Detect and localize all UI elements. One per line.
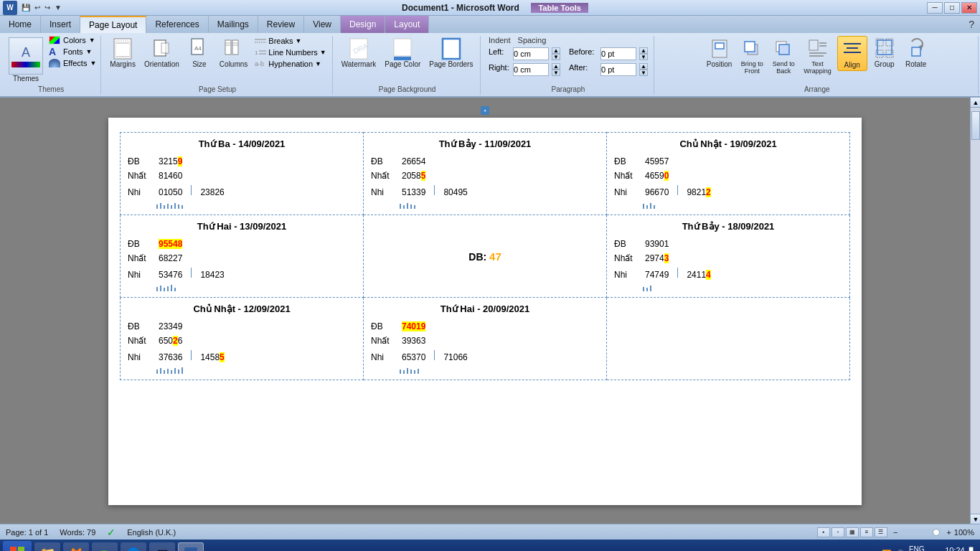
ribbon-tabs: Home Insert Page Layout References Maili… <box>0 16 980 33</box>
left-indent-label: Left: <box>489 47 510 60</box>
line-numbers-button[interactable]: 1 Line Numbers ▼ <box>253 47 327 57</box>
language-label[interactable]: English (U.K.) <box>127 528 176 537</box>
bring-to-front-button[interactable]: Bring toFront <box>738 36 766 76</box>
taskbar-edge[interactable] <box>121 542 146 551</box>
chu-nhat-12-nhat-label: Nhất <box>128 336 153 346</box>
tab-insert[interactable]: Insert <box>41 16 80 33</box>
thu-hai-13-nhi-label: Nhi <box>128 270 153 280</box>
page-color-button[interactable]: Page Color <box>382 36 423 70</box>
save-qa-btn[interactable]: 💾 <box>20 4 32 11</box>
tab-view[interactable]: View <box>304 16 341 33</box>
hyphenation-button[interactable]: a-b Hyphenation ▼ <box>253 59 327 69</box>
text-wrapping-button[interactable]: TextWrapping <box>801 36 834 76</box>
page-info: Page: 1 of 1 <box>6 528 48 537</box>
print-layout-btn[interactable]: ▪ <box>817 527 830 537</box>
before-spacing-down[interactable]: ▼ <box>639 54 648 60</box>
zoom-in-btn[interactable]: + <box>946 528 951 537</box>
watermark-button[interactable]: DRAFT Watermark <box>339 36 380 70</box>
text-wrapping-label: TextWrapping <box>804 60 831 75</box>
tab-mailings[interactable]: Mailings <box>209 16 258 33</box>
undo-qa-btn[interactable]: ↩ <box>33 4 42 11</box>
taskbar-b-app[interactable]: B <box>92 542 118 551</box>
scroll-thumb[interactable] <box>971 111 980 140</box>
page-borders-icon <box>440 37 463 60</box>
ribbon-content: A Themes Colors ▼ A Fonts ▼ <box>0 33 980 96</box>
right-indent-input[interactable] <box>513 63 549 76</box>
help-button[interactable]: ? <box>969 19 974 30</box>
after-spacing-down[interactable]: ▼ <box>639 70 648 76</box>
before-spacing-input[interactable] <box>600 47 636 60</box>
taskbar-word[interactable]: W <box>178 542 204 551</box>
doc-scroll-area[interactable]: + Thứ Ba - 14/09/2021 ĐB 32159 Nhất <box>0 98 970 524</box>
tab-home[interactable]: Home <box>0 16 41 33</box>
scroll-down-btn[interactable]: ▼ <box>971 514 980 524</box>
position-button[interactable]: Position <box>704 36 735 70</box>
redo-qa-btn[interactable]: ↪ <box>43 4 52 11</box>
send-to-back-button[interactable]: Send toBack <box>769 36 798 76</box>
web-layout-btn[interactable]: ▦ <box>846 527 859 537</box>
right-indent-down[interactable]: ▼ <box>552 70 560 76</box>
after-spacing-input[interactable] <box>600 63 636 76</box>
taskbar-firefox[interactable]: 🦊 <box>63 542 89 551</box>
table-row-3: Chủ Nhật - 12/09/2021 ĐB 23349 Nhất 6502… <box>121 298 850 380</box>
paragraph-group-label: Paragraph <box>552 85 585 93</box>
scrollbar-right[interactable]: ▲ ▼ <box>970 98 980 524</box>
taskbar-explorer[interactable]: 📁 <box>34 542 60 551</box>
columns-button[interactable]: Columns <box>217 36 250 70</box>
start-button[interactable] <box>3 541 32 551</box>
page-borders-button[interactable]: Page Borders <box>426 36 476 70</box>
taskbar-mail[interactable]: ✉ <box>149 542 175 551</box>
page-color-label: Page Color <box>385 60 420 68</box>
chu-nhat-12-nhat-value: 65026 <box>159 336 182 346</box>
full-screen-btn[interactable]: ▫ <box>831 527 844 537</box>
draft-btn[interactable]: ☰ <box>875 527 887 537</box>
before-spacing-up[interactable]: ▲ <box>639 47 648 54</box>
colors-button[interactable]: Colors ▼ <box>49 36 96 44</box>
show-desktop-btn[interactable]: ▌ <box>969 547 977 551</box>
thu-hai-20-nhat-label: Nhất <box>371 336 396 346</box>
size-button[interactable]: A4 Size <box>185 36 214 70</box>
breaks-button[interactable]: Breaks ▼ <box>253 36 327 46</box>
thu-bay-11-nhi-value2: 80495 <box>443 187 467 197</box>
clock[interactable]: 10:24 21/09/2021 <box>929 546 965 552</box>
zoom-thumb[interactable] <box>933 529 940 536</box>
maximize-button[interactable]: □ <box>944 2 960 14</box>
fonts-button[interactable]: A Fonts ▼ <box>49 46 96 57</box>
zoom-out-btn[interactable]: − <box>893 528 897 537</box>
after-spacing-up[interactable]: ▲ <box>639 63 648 70</box>
hyphenation-label: Hyphenation <box>268 60 313 68</box>
status-bar-left: Page: 1 of 1 Words: 79 ✓ English (U.K.) <box>6 527 176 538</box>
thu-bay-11-db-value: 26654 <box>402 156 425 166</box>
lang-indicator[interactable]: ENG US <box>909 545 925 551</box>
zoom-slider[interactable] <box>900 529 943 535</box>
minimize-button[interactable]: ─ <box>927 2 943 14</box>
align-button[interactable]: Align <box>837 36 867 71</box>
orientation-button[interactable]: Orientation <box>141 36 182 70</box>
group-button[interactable]: Group <box>870 36 899 70</box>
margins-button[interactable]: Margins <box>107 36 138 70</box>
close-button[interactable]: ✕ <box>961 2 977 14</box>
column-handle[interactable]: + <box>481 106 489 115</box>
left-indent-input[interactable] <box>513 47 549 60</box>
indent-row: Indent Spacing <box>489 36 648 44</box>
title-bar-controls: ─ □ ✕ <box>927 2 977 14</box>
orientation-icon <box>150 37 173 60</box>
dropdown-qa-btn[interactable]: ▼ <box>53 4 63 11</box>
scroll-up-btn[interactable]: ▲ <box>971 98 980 108</box>
tab-page-layout[interactable]: Page Layout <box>80 16 146 33</box>
rotate-button[interactable]: Rotate <box>902 36 930 70</box>
themes-button[interactable]: A Themes <box>6 36 46 84</box>
tab-layout[interactable]: Layout <box>385 16 429 33</box>
chu-nhat-19-nhat-value: 46590 <box>645 171 669 181</box>
right-indent-up[interactable]: ▲ <box>552 63 560 70</box>
tab-design[interactable]: Design <box>341 16 385 33</box>
tab-references[interactable]: References <box>146 16 208 33</box>
left-indent-up[interactable]: ▲ <box>552 47 560 54</box>
tab-review[interactable]: Review <box>258 16 304 33</box>
fonts-arrow: ▼ <box>86 48 93 55</box>
left-indent-down[interactable]: ▼ <box>552 54 560 60</box>
effects-button[interactable]: Effects ▼ <box>49 59 96 67</box>
outline-btn[interactable]: ≡ <box>860 527 873 537</box>
before-spacing-spin: ▲ ▼ <box>639 47 648 60</box>
thu-ba-nhat-value: 81460 <box>159 171 182 181</box>
